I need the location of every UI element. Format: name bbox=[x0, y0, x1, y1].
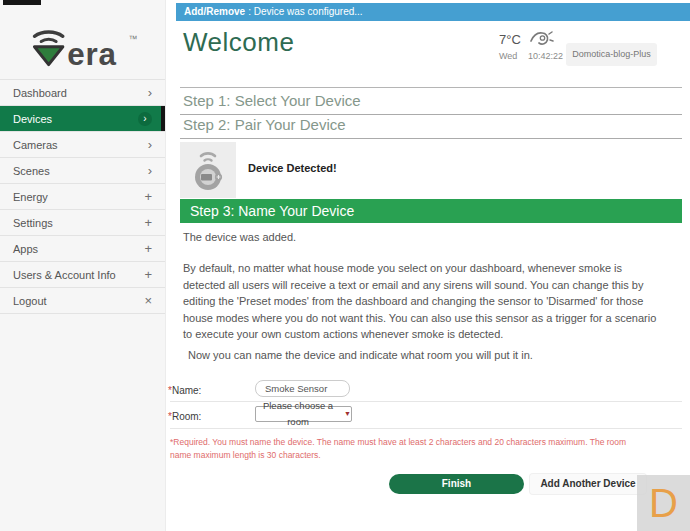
required-note-text: *Required. You must name the device. The… bbox=[170, 436, 632, 461]
corner-artifact-bar bbox=[3, 0, 41, 5]
smoke-sensor-icon bbox=[189, 147, 227, 193]
add-another-device-button[interactable]: Add Another Device bbox=[530, 474, 646, 494]
sidebar-item-label: Cameras bbox=[13, 139, 58, 151]
row-divider bbox=[170, 401, 682, 402]
sidebar-item-label: Energy bbox=[13, 191, 48, 203]
clock-time: 10:42:22 bbox=[528, 51, 563, 61]
sidebar-item-label: Users & Account Info bbox=[13, 269, 116, 281]
name-field-label: *Name: bbox=[168, 385, 201, 396]
step1-header[interactable]: Step 1: Select Your Device bbox=[180, 87, 682, 115]
chevron-down-icon: ▼ bbox=[344, 406, 351, 422]
svg-text:™: ™ bbox=[128, 34, 137, 44]
close-icon: × bbox=[144, 294, 152, 307]
sidebar: era ™ Dashboard › Devices › Cameras › Sc… bbox=[0, 0, 166, 531]
room-select-value: Please choose a room bbox=[256, 398, 340, 430]
device-added-text: The device was added. bbox=[183, 231, 296, 243]
finish-button[interactable]: Finish bbox=[389, 474, 524, 494]
plus-icon: + bbox=[144, 242, 152, 255]
temperature-value: 7°C bbox=[499, 32, 521, 47]
step2-header[interactable]: Step 2: Pair Your Device bbox=[180, 112, 682, 139]
weekday-label: Wed bbox=[499, 51, 517, 61]
chevron-right-icon: › bbox=[148, 86, 152, 99]
chevron-right-icon: › bbox=[138, 112, 152, 126]
chevron-right-icon: › bbox=[148, 164, 152, 177]
notification-category: Add/Remove bbox=[184, 6, 245, 17]
sidebar-item-label: Scenes bbox=[13, 165, 50, 177]
weather-wind-icon bbox=[528, 27, 555, 53]
vera-logo-icon: era ™ bbox=[27, 18, 139, 68]
detected-device-tile bbox=[180, 142, 236, 198]
sidebar-item-cameras[interactable]: Cameras › bbox=[0, 132, 165, 158]
page-title: Welcome bbox=[183, 27, 294, 58]
notification-message: : Device was configured... bbox=[248, 6, 363, 17]
sidebar-item-scenes[interactable]: Scenes › bbox=[0, 158, 165, 184]
device-detected-label: Device Detected! bbox=[248, 162, 337, 174]
plus-icon: + bbox=[144, 268, 152, 281]
watermark-letter: D bbox=[649, 483, 678, 523]
room-select-dropdown[interactable]: Please choose a room ▼ bbox=[255, 406, 352, 422]
sidebar-item-dashboard[interactable]: Dashboard › bbox=[0, 79, 165, 106]
device-name-input[interactable] bbox=[255, 380, 350, 397]
notification-bar: Add/Remove: Device was configured... bbox=[176, 3, 690, 21]
vera-app-window: era ™ Dashboard › Devices › Cameras › Sc… bbox=[0, 0, 690, 531]
sensor-description-text: By default, no matter what house mode yo… bbox=[183, 260, 661, 343]
sidebar-menu: Dashboard › Devices › Cameras › Scenes ›… bbox=[0, 79, 165, 314]
sidebar-item-logout[interactable]: Logout × bbox=[0, 288, 165, 314]
sidebar-item-apps[interactable]: Apps + bbox=[0, 236, 165, 262]
sidebar-item-label: Settings bbox=[13, 217, 53, 229]
room-field-label: *Room: bbox=[168, 411, 201, 422]
controller-selector[interactable]: Domotica-blog-Plus bbox=[566, 43, 657, 66]
naming-instruction-text: Now you can name the device and indicate… bbox=[188, 349, 533, 361]
row-divider bbox=[170, 428, 682, 429]
sidebar-item-label: Devices bbox=[13, 113, 52, 125]
watermark-overlay: D bbox=[637, 475, 690, 531]
sidebar-item-label: Dashboard bbox=[13, 87, 67, 99]
sidebar-item-energy[interactable]: Energy + bbox=[0, 184, 165, 210]
plus-icon: + bbox=[144, 216, 152, 229]
sidebar-item-label: Apps bbox=[13, 243, 38, 255]
sidebar-item-label: Logout bbox=[13, 295, 47, 307]
plus-icon: + bbox=[144, 190, 152, 203]
svg-text:era: era bbox=[67, 37, 116, 68]
sidebar-item-users-account-info[interactable]: Users & Account Info + bbox=[0, 262, 165, 288]
vera-logo: era ™ bbox=[0, 18, 165, 70]
step3-header: Step 3: Name Your Device bbox=[180, 199, 682, 223]
chevron-right-icon: › bbox=[148, 138, 152, 151]
sidebar-item-settings[interactable]: Settings + bbox=[0, 210, 165, 236]
sidebar-item-devices[interactable]: Devices › bbox=[0, 106, 165, 132]
